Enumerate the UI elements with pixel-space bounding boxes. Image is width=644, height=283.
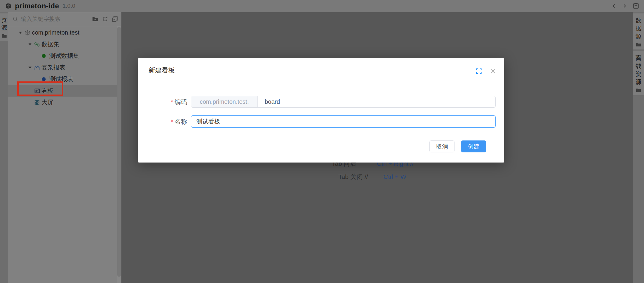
- annotation-red-box: [17, 81, 63, 96]
- code-prefix-addon: com.primeton.test.: [191, 96, 258, 107]
- fullscreen-icon[interactable]: [476, 68, 482, 74]
- close-icon[interactable]: [490, 68, 496, 74]
- name-input[interactable]: [191, 115, 496, 128]
- code-input-group: com.primeton.test.: [191, 96, 496, 108]
- required-asterisk: *: [171, 118, 173, 125]
- create-button[interactable]: 创建: [461, 140, 486, 152]
- required-asterisk: *: [171, 99, 173, 105]
- code-field-label: *编码: [138, 98, 187, 106]
- cancel-button[interactable]: 取消: [429, 140, 455, 152]
- name-field-label: *名称: [138, 117, 187, 126]
- new-board-dialog: 新建看板 *编码 com.primeton.test. *名称 取消 创建: [138, 58, 504, 163]
- code-input[interactable]: [258, 96, 495, 107]
- dialog-title: 新建看板: [149, 66, 175, 75]
